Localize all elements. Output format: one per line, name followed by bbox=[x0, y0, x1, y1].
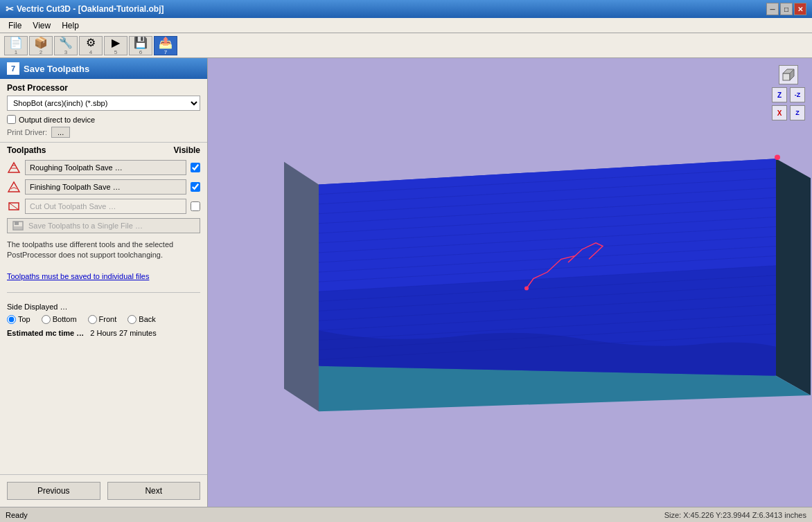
post-processor-label: Post Processor bbox=[0, 79, 207, 94]
roughing-visible-checkbox[interactable] bbox=[191, 163, 200, 172]
post-processor-container: ShopBot (arcs)(inch) (*.sbp) ShopBot (in… bbox=[0, 94, 207, 114]
radio-front-input[interactable] bbox=[88, 315, 97, 324]
finishing-visible-checkbox[interactable] bbox=[191, 182, 200, 192]
svg-marker-14 bbox=[284, 162, 319, 412]
status-bar: Ready Size: X:45.226 Y:23.9944 Z:6.3413 … bbox=[0, 507, 812, 522]
next-button[interactable]: Next bbox=[107, 482, 201, 500]
toolpaths-header: Toolpaths Visible bbox=[0, 142, 207, 158]
previous-button[interactable]: Previous bbox=[7, 482, 100, 500]
toolpaths-label: Toolpaths bbox=[7, 145, 46, 155]
radio-top-label: Top bbox=[18, 315, 30, 323]
axis-row-x: X Z bbox=[772, 105, 805, 120]
viewport-svg bbox=[208, 58, 812, 507]
toolbar-step-7[interactable]: 📤 7 bbox=[154, 36, 177, 55]
svg-marker-0 bbox=[8, 163, 19, 172]
minimize-button[interactable]: ─ bbox=[766, 3, 779, 15]
cutout-visible-checkbox[interactable] bbox=[191, 201, 200, 211]
main-layout: 7 Save Toolpaths Post Processor ShopBot … bbox=[0, 58, 812, 507]
left-panel: 7 Save Toolpaths Post Processor ShopBot … bbox=[0, 58, 208, 507]
app-icon: ✂ bbox=[6, 3, 14, 15]
radio-front: Front bbox=[88, 315, 117, 324]
svg-rect-35 bbox=[783, 73, 790, 80]
radio-top-input[interactable] bbox=[7, 315, 16, 324]
toolbar-step-1[interactable]: 📄 1 bbox=[4, 36, 28, 55]
output-direct-checkbox[interactable] bbox=[7, 115, 16, 124]
status-ready: Ready bbox=[6, 511, 664, 519]
roughing-icon bbox=[7, 161, 21, 174]
print-driver-label: Print Driver: bbox=[7, 128, 47, 136]
warning-text-container: The toolpaths use different tools and th… bbox=[0, 235, 207, 287]
toolbar-step-5[interactable]: ▶ 5 bbox=[104, 36, 127, 55]
output-direct-row: Output direct to device bbox=[0, 114, 207, 125]
menu-view[interactable]: View bbox=[27, 19, 56, 32]
cutout-icon bbox=[7, 200, 21, 213]
svg-line-5 bbox=[9, 203, 19, 210]
print-driver-button[interactable]: ... bbox=[51, 127, 70, 138]
axis-row-top bbox=[779, 65, 798, 84]
estimated-time-row: Estimated mc time … 2 Hours 27 minutes bbox=[0, 327, 207, 341]
axis-row-z: Z -Z bbox=[772, 87, 805, 102]
radio-back-label: Back bbox=[139, 315, 155, 323]
panel-step-icon: 7 bbox=[7, 62, 19, 75]
warning-link[interactable]: Toolpaths must be saved to individual fi… bbox=[7, 272, 149, 280]
axis-z-minus-btn[interactable]: -Z bbox=[790, 87, 805, 102]
radio-back: Back bbox=[127, 315, 155, 324]
roughing-toolpath-row: Roughing Toolpath Save … bbox=[0, 158, 207, 177]
close-button[interactable]: ✕ bbox=[794, 3, 806, 15]
print-driver-row: Print Driver: ... bbox=[0, 125, 207, 142]
radio-bottom-label: Bottom bbox=[53, 315, 77, 323]
save-all-button[interactable]: Save Toolpaths to a Single File … bbox=[7, 218, 200, 233]
svg-point-34 bbox=[775, 155, 780, 160]
svg-point-33 bbox=[524, 287, 529, 291]
toolbar-step-4[interactable]: ⚙ 4 bbox=[79, 36, 103, 55]
toolbar-step-3[interactable]: 🔧 3 bbox=[54, 36, 78, 55]
window-controls: ─ □ ✕ bbox=[766, 3, 806, 15]
roughing-toolpath-button[interactable]: Roughing Toolpath Save … bbox=[25, 160, 186, 175]
radio-bottom: Bottom bbox=[42, 315, 77, 324]
axis-x-btn[interactable]: X bbox=[772, 105, 787, 120]
post-processor-select[interactable]: ShopBot (arcs)(inch) (*.sbp) ShopBot (in… bbox=[7, 96, 200, 111]
menu-bar: File View Help bbox=[0, 18, 812, 33]
toolbar-step-2[interactable]: 📦 2 bbox=[29, 36, 53, 55]
axis-z-btn[interactable]: Z bbox=[772, 87, 787, 102]
cutout-toolpath-button[interactable]: Cut Out Toolpath Save … bbox=[25, 199, 186, 214]
viewport[interactable]: Z -Z X Z bbox=[208, 58, 812, 507]
warning-message: The toolpaths use different tools and th… bbox=[7, 240, 173, 259]
menu-help[interactable]: Help bbox=[56, 19, 85, 32]
svg-rect-7 bbox=[15, 222, 19, 225]
radio-back-input[interactable] bbox=[127, 315, 136, 324]
window-title: Vectric Cut3D - [Oakland-Tutorial.obj] bbox=[17, 4, 164, 14]
status-size: Size: X:45.226 Y:23.9944 Z:6.3413 inches bbox=[664, 511, 806, 519]
save-all-row: Save Toolpaths to a Single File … bbox=[0, 216, 207, 235]
side-radio-row: Top Bottom Front Back bbox=[0, 312, 207, 327]
visible-label: Visible bbox=[174, 145, 200, 155]
save-all-icon bbox=[12, 220, 24, 231]
axis-z2-btn[interactable]: Z bbox=[790, 105, 805, 120]
svg-rect-8 bbox=[14, 226, 22, 229]
axis-cube-btn[interactable] bbox=[779, 65, 798, 84]
estimated-label: Estimated mc time … bbox=[7, 329, 84, 337]
svg-marker-3 bbox=[8, 182, 19, 192]
radio-top: Top bbox=[7, 315, 30, 324]
axis-icons: Z -Z X Z bbox=[772, 65, 805, 120]
estimated-value: 2 Hours 27 minutes bbox=[90, 329, 156, 337]
output-direct-label: Output direct to device bbox=[19, 116, 95, 124]
bottom-buttons: Previous Next bbox=[0, 474, 207, 507]
title-bar: ✂ Vectric Cut3D - [Oakland-Tutorial.obj]… bbox=[0, 0, 812, 18]
svg-marker-12 bbox=[776, 159, 811, 395]
main-toolbar: 📄 1 📦 2 🔧 3 ⚙ 4 ▶ 5 💾 6 📤 7 bbox=[0, 33, 812, 58]
panel-title: Save Toolpaths bbox=[24, 64, 89, 74]
toolbar-step-6[interactable]: 💾 6 bbox=[129, 36, 152, 55]
divider bbox=[7, 292, 200, 293]
finishing-toolpath-button[interactable]: Finishing Toolpath Save … bbox=[25, 179, 186, 195]
finishing-toolpath-row: Finishing Toolpath Save … bbox=[0, 177, 207, 197]
panel-header: 7 Save Toolpaths bbox=[0, 58, 207, 79]
finishing-icon bbox=[7, 181, 21, 193]
menu-file[interactable]: File bbox=[3, 19, 27, 32]
radio-front-label: Front bbox=[99, 315, 117, 323]
side-displayed-label: Side Displayed … bbox=[0, 298, 207, 312]
cutout-toolpath-row: Cut Out Toolpath Save … bbox=[0, 197, 207, 216]
radio-bottom-input[interactable] bbox=[42, 315, 51, 324]
restore-button[interactable]: □ bbox=[780, 3, 793, 15]
